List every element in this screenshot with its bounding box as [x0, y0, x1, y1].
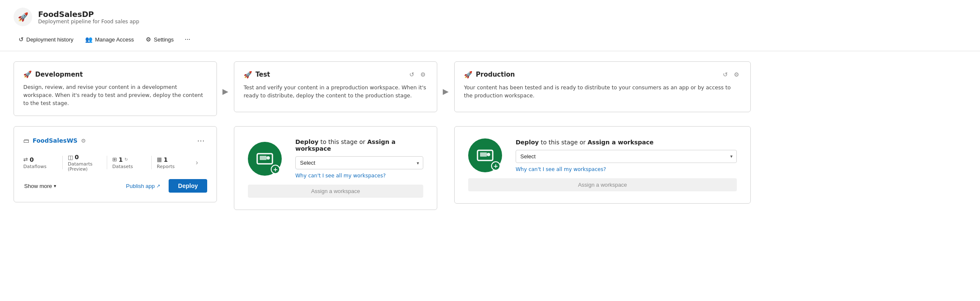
workspace-card: 🗃 FoodSalesWS ⚙ ⋯ ⇄ 0 Dataflows — [14, 126, 217, 202]
test-workspace-select[interactable]: Select — [295, 156, 423, 169]
production-stage-header: 🚀 Production ↺ ⚙ — [464, 70, 741, 79]
main-content: 🚀 Development Design, review, and revise… — [0, 51, 980, 220]
test-header-actions: ↺ ⚙ — [408, 70, 428, 79]
publish-app-label: Publish app — [126, 183, 155, 189]
production-deploy-text-bold1: Deploy — [516, 139, 539, 146]
test-stage-card: 🚀 Test ↺ ⚙ Test and verify your content … — [234, 61, 437, 112]
stage-arrow-2: ▶ — [437, 61, 454, 96]
workspace-more-button[interactable]: ⋯ — [194, 135, 207, 146]
app-title: FoodSalesDP — [38, 10, 139, 19]
datasets-value: 1 — [119, 156, 123, 163]
workspace-name-link[interactable]: FoodSalesWS — [33, 137, 78, 144]
deploy-button[interactable]: Deploy — [169, 179, 207, 193]
svg-point-2 — [267, 156, 270, 160]
bottom-arrow-2 — [437, 126, 454, 160]
production-history-button[interactable]: ↺ — [721, 70, 730, 79]
stats-row: ⇄ 0 Dataflows ◫ 0 Datamarts (Preview) — [23, 154, 207, 171]
production-deploy-icon: + — [468, 138, 502, 172]
publish-app-button[interactable]: Publish app ↗ — [122, 180, 164, 192]
test-deploy-text-or: to this stage or — [320, 138, 367, 145]
stages-row: 🚀 Development Design, review, and revise… — [14, 61, 966, 116]
production-stage-title: Production — [476, 71, 515, 78]
workspace-icon: 🗃 — [23, 137, 29, 144]
dataflows-value: 0 — [30, 156, 34, 163]
production-stage-card: 🚀 Production ↺ ⚙ Your content has been t… — [454, 61, 751, 112]
svg-rect-1 — [260, 156, 267, 160]
reports-label: Reports — [157, 164, 175, 169]
production-why-cant-link[interactable]: Why can't I see all my workspaces? — [516, 166, 737, 172]
footer-right: Publish app ↗ Deploy — [122, 179, 207, 193]
production-stage-description: Your content has been tested and is read… — [464, 84, 741, 100]
publish-external-icon: ↗ — [156, 183, 160, 189]
bottom-row: 🗃 FoodSalesWS ⚙ ⋯ ⇄ 0 Dataflows — [14, 126, 966, 210]
production-plus-badge: + — [491, 161, 500, 171]
dataflows-icon: ⇄ — [23, 156, 28, 163]
production-deploy-card: + Deploy to this stage or Assign a works… — [454, 126, 751, 204]
people-icon: 👥 — [85, 36, 92, 43]
app-icon: 🚀 — [14, 8, 32, 26]
test-deploy-text-bold1: Deploy — [295, 138, 319, 145]
dataflows-label: Dataflows — [23, 164, 47, 169]
settings-label: Settings — [154, 36, 174, 43]
workspace-card-header: 🗃 FoodSalesWS ⚙ ⋯ — [23, 135, 207, 146]
production-settings-button[interactable]: ⚙ — [732, 70, 741, 79]
manage-access-label: Manage Access — [95, 36, 134, 43]
app-header: 🚀 FoodSalesDP Deployment pipeline for Fo… — [0, 0, 980, 31]
test-deploy-card-main: + Deploy to this stage or Assign a works… — [248, 138, 423, 179]
app-title-group: FoodSalesDP Deployment pipeline for Food… — [38, 10, 139, 25]
more-options-button[interactable]: ··· — [180, 33, 194, 46]
development-stage-card: 🚀 Development Design, review, and revise… — [14, 61, 217, 116]
test-why-cant-link[interactable]: Why can't I see all my workspaces? — [295, 173, 423, 179]
toolbar: ↺ Deployment history 👥 Manage Access ⚙ S… — [0, 31, 980, 51]
bottom-arrow-1 — [217, 126, 234, 160]
test-assign-workspace-button[interactable]: Assign a workspace — [248, 185, 423, 198]
production-deploy-text-bold2: Assign a workspace — [588, 139, 654, 146]
show-more-label: Show more — [24, 183, 52, 189]
production-assign-workspace-button[interactable]: Assign a workspace — [468, 178, 737, 191]
production-deploy-card-right: Deploy to this stage or Assign a workspa… — [516, 139, 737, 172]
stat-divider-3 — [151, 156, 152, 169]
plus-badge: + — [271, 165, 280, 174]
stage-arrow-1: ▶ — [217, 61, 234, 96]
test-deploy-content-area: Select ▾ Why can't I see all my workspac… — [295, 156, 423, 179]
stat-reports: ▦ 1 Reports — [157, 156, 191, 169]
production-select-wrapper: Select ▾ — [516, 150, 737, 163]
reports-value: 1 — [164, 156, 168, 163]
more-icon: ··· — [185, 36, 190, 43]
test-settings-button[interactable]: ⚙ — [419, 70, 428, 79]
stat-datasets: ⊞ 1 ↻ Datasets — [112, 156, 146, 169]
datamarts-label: Datamarts — [68, 161, 92, 167]
production-workspace-select[interactable]: Select — [516, 150, 737, 163]
app-subtitle: Deployment pipeline for Food sales app — [38, 19, 139, 25]
svg-rect-4 — [480, 152, 487, 157]
deployment-history-label: Deployment history — [26, 36, 73, 43]
show-more-chevron: ▾ — [54, 183, 56, 189]
workspace-gear-icon: ⚙ — [81, 138, 86, 144]
settings-button[interactable]: ⚙ Settings — [141, 33, 179, 45]
workspace-title-group: 🗃 FoodSalesWS ⚙ — [23, 137, 86, 144]
test-title-group: 🚀 Test — [244, 71, 270, 79]
stat-divider-1 — [62, 156, 63, 169]
test-history-button[interactable]: ↺ — [408, 70, 416, 79]
test-deploy-card-right: Deploy to this stage or Assign a workspa… — [295, 138, 423, 179]
stats-next-button[interactable]: › — [194, 157, 200, 168]
test-stage-icon: 🚀 — [244, 71, 252, 79]
stat-divider-2 — [107, 156, 107, 169]
show-more-button[interactable]: Show more ▾ — [23, 181, 57, 191]
datasets-label: Datasets — [112, 164, 133, 169]
test-select-wrapper: Select ▾ — [295, 156, 423, 169]
deployment-history-button[interactable]: ↺ Deployment history — [14, 33, 78, 45]
production-title-group: 🚀 Production — [464, 71, 515, 79]
test-stage-header: 🚀 Test ↺ ⚙ — [244, 70, 428, 79]
test-stage-title: Test — [255, 71, 270, 78]
test-deploy-card-title: Deploy to this stage or Assign a workspa… — [295, 138, 423, 152]
manage-access-button[interactable]: 👥 Manage Access — [80, 33, 139, 45]
reports-icon: ▦ — [157, 156, 162, 163]
datasets-refresh-icon: ↻ — [125, 157, 128, 162]
gear-icon: ⚙ — [146, 36, 151, 43]
history-icon: ↺ — [19, 36, 24, 43]
development-title-group: 🚀 Development — [23, 70, 83, 78]
datamarts-sublabel: (Preview) — [68, 167, 88, 171]
development-stage-header: 🚀 Development — [23, 70, 207, 78]
datasets-icon: ⊞ — [112, 156, 117, 163]
